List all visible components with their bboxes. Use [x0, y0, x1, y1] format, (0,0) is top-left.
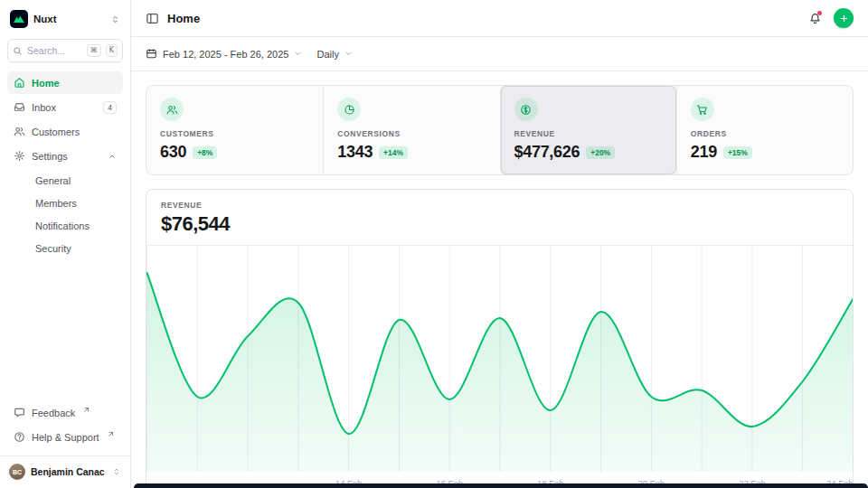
cart-icon [691, 98, 714, 121]
stat-value: 1343 [337, 143, 373, 162]
search-icon [13, 46, 23, 56]
chevrons-up-down-icon [110, 14, 120, 24]
inbox-count-badge: 4 [103, 101, 117, 114]
sidebar-item-members[interactable]: Members [7, 192, 123, 213]
stat-value: $477,626 [514, 143, 580, 162]
header-actions [808, 8, 854, 28]
date-range-picker[interactable]: Feb 12, 2025 - Feb 26, 2025 [146, 48, 302, 60]
revenue-chart-card: REVENUE $76,544 14 Feb16 Feb18 Feb20 Feb… [146, 189, 854, 488]
chevron-down-icon [294, 50, 302, 58]
stat-delta-badge: +15% [723, 146, 752, 159]
bottom-bar [134, 483, 868, 488]
sidebar-item-label: Help & Support [32, 432, 99, 443]
dollar-circle-icon [514, 98, 538, 121]
page-header: Home [131, 0, 868, 37]
sidebar-nav: Home Inbox 4 Customers Settings General [7, 71, 123, 258]
message-bubble-icon [14, 407, 25, 418]
stat-value: 219 [691, 143, 717, 162]
granularity-select[interactable]: Daily [316, 49, 352, 60]
stat-conversions[interactable]: CONVERSIONS 1343 +14% [323, 86, 499, 174]
notifications-button[interactable] [808, 12, 822, 25]
search-input[interactable]: Search... ⌘ K [7, 39, 123, 62]
search-placeholder: Search... [27, 45, 82, 56]
sidebar-footer-nav: Feedback Help & Support [7, 401, 123, 448]
sidebar-item-security[interactable]: Security [7, 238, 123, 258]
add-button[interactable] [834, 8, 854, 28]
external-link-icon [108, 431, 114, 437]
sidebar-item-home[interactable]: Home [7, 71, 123, 94]
pie-chart-icon [337, 98, 361, 121]
help-circle-icon [14, 431, 25, 443]
users-icon [14, 126, 25, 137]
date-range-label: Feb 12, 2025 - Feb 26, 2025 [163, 49, 288, 60]
chart-metric-value: $76,544 [161, 212, 838, 236]
stat-revenue[interactable]: REVENUE $477,626 +20% [500, 86, 676, 174]
stat-orders[interactable]: ORDERS 219 +15% [676, 86, 853, 174]
stat-delta-badge: +8% [193, 146, 217, 159]
sidebar-item-label: Feedback [32, 408, 75, 418]
settings-children: General Members Notifications Security [7, 170, 123, 258]
sidebar-collapse-button[interactable] [146, 12, 159, 25]
sidebar-item-label: Settings [32, 151, 68, 162]
stat-label: ORDERS [691, 129, 839, 138]
sidebar-item-notifications[interactable]: Notifications [7, 215, 123, 236]
external-link-icon [83, 407, 90, 413]
sidebar: Nuxt Search... ⌘ K Home Inbox 4 [0, 0, 131, 488]
stat-label: CONVERSIONS [337, 129, 486, 138]
sidebar-item-label: Home [32, 78, 60, 89]
sidebar-item-inbox[interactable]: Inbox 4 [7, 96, 123, 118]
stat-value: 630 [160, 143, 186, 162]
user-menu[interactable]: BC Benjamin Canac [0, 455, 130, 488]
sidebar-item-general[interactable]: General [7, 170, 123, 191]
home-icon [14, 77, 25, 89]
chevron-down-icon [344, 50, 353, 58]
plus-icon [839, 14, 849, 23]
revenue-area-chart[interactable]: 14 Feb16 Feb18 Feb20 Feb22 Feb24 Feb [146, 246, 854, 488]
team-name: Nuxt [33, 14, 105, 24]
stat-delta-badge: +20% [586, 146, 615, 159]
sidebar-item-customers[interactable]: Customers [7, 120, 123, 143]
stat-label: REVENUE [514, 129, 663, 138]
notification-dot [817, 11, 822, 15]
sidebar-item-label: Members [35, 198, 77, 209]
granularity-label: Daily [316, 49, 338, 60]
stats-row: CUSTOMERS 630 +8% CONVERSIONS 1343 +14% [146, 85, 854, 175]
calendar-icon [146, 48, 157, 60]
panel-left-icon [146, 12, 159, 25]
page-title: Home [167, 12, 200, 25]
dashboard-content: CUSTOMERS 630 +8% CONVERSIONS 1343 +14% [131, 71, 868, 488]
sidebar-item-label: Notifications [35, 221, 90, 231]
sidebar-item-label: Security [35, 243, 71, 254]
users-icon [160, 98, 184, 121]
chart-metric-label: REVENUE [161, 201, 838, 210]
stat-delta-badge: +14% [379, 146, 408, 159]
dashboard-app: Nuxt Search... ⌘ K Home Inbox 4 [0, 0, 868, 488]
sidebar-item-settings[interactable]: Settings [7, 145, 123, 167]
sidebar-item-help-support[interactable]: Help & Support [7, 426, 123, 448]
main-panel: Home Feb 12, 2025 - Feb 26, 2025 [131, 0, 868, 488]
sidebar-item-label: Customers [32, 127, 80, 137]
sidebar-item-label: General [35, 175, 71, 186]
kbd-k: K [106, 44, 118, 57]
chevron-up-icon [108, 152, 117, 161]
sidebar-item-feedback[interactable]: Feedback [7, 401, 123, 424]
nuxt-logo-icon [10, 10, 28, 28]
stat-label: CUSTOMERS [160, 129, 309, 138]
chevrons-up-down-icon [112, 467, 121, 476]
sidebar-item-label: Inbox [32, 102, 56, 113]
gear-icon [14, 150, 25, 162]
kbd-cmd: ⌘ [87, 44, 101, 57]
avatar: BC [9, 464, 25, 480]
user-name: Benjamin Canac [31, 466, 107, 477]
stat-customers[interactable]: CUSTOMERS 630 +8% [146, 86, 323, 174]
filter-toolbar: Feb 12, 2025 - Feb 26, 2025 Daily [131, 37, 868, 71]
chart-header: REVENUE $76,544 [146, 190, 853, 246]
sidebar-spacer [7, 258, 123, 392]
inbox-icon [14, 101, 25, 113]
team-switcher[interactable]: Nuxt [7, 8, 123, 30]
